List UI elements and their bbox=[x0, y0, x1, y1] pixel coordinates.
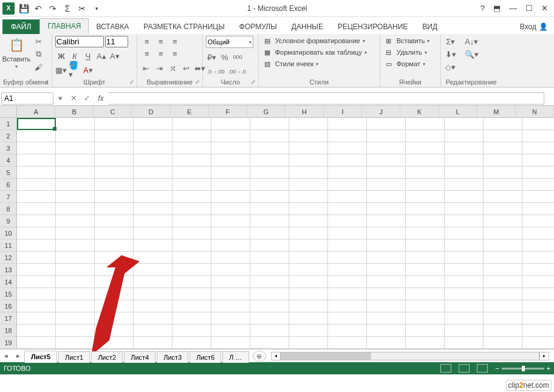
cell[interactable] bbox=[445, 154, 484, 167]
fill-button[interactable]: ⬇▾ bbox=[444, 49, 457, 60]
cell[interactable] bbox=[289, 179, 328, 191]
cell[interactable] bbox=[17, 215, 56, 227]
cell[interactable] bbox=[522, 215, 554, 227]
cell[interactable] bbox=[484, 337, 522, 349]
cell[interactable] bbox=[95, 167, 134, 179]
cell[interactable] bbox=[328, 276, 367, 288]
cell[interactable] bbox=[56, 118, 95, 130]
cell[interactable] bbox=[17, 264, 56, 276]
cell[interactable] bbox=[406, 239, 445, 252]
cell[interactable] bbox=[445, 179, 484, 191]
cell[interactable] bbox=[56, 325, 95, 337]
cell[interactable] bbox=[328, 337, 367, 349]
cell[interactable] bbox=[250, 191, 289, 203]
decrease-font-icon[interactable]: A▾ bbox=[109, 50, 121, 61]
row-header-5[interactable]: 5 bbox=[0, 167, 17, 179]
cell[interactable] bbox=[173, 118, 211, 130]
cell[interactable] bbox=[56, 312, 95, 325]
cell[interactable] bbox=[17, 167, 56, 179]
cell[interactable] bbox=[367, 325, 406, 337]
cell[interactable] bbox=[522, 130, 554, 142]
save-icon[interactable]: 💾 bbox=[18, 3, 29, 14]
cell[interactable] bbox=[522, 325, 554, 337]
cancel-formula-icon[interactable]: ✕ bbox=[67, 94, 80, 103]
cell[interactable] bbox=[484, 118, 522, 130]
maximize-icon[interactable]: ☐ bbox=[525, 4, 533, 13]
cells-area[interactable] bbox=[17, 118, 554, 349]
cell[interactable] bbox=[289, 300, 328, 312]
align-center-icon[interactable]: ≡ bbox=[154, 48, 168, 60]
cell[interactable] bbox=[250, 142, 289, 154]
cell[interactable] bbox=[289, 167, 328, 179]
col-header-B[interactable]: B bbox=[55, 106, 94, 118]
cell[interactable] bbox=[250, 167, 289, 179]
cell[interactable] bbox=[484, 215, 522, 227]
cell[interactable] bbox=[367, 130, 406, 142]
cell[interactable] bbox=[173, 154, 211, 167]
cell[interactable] bbox=[406, 325, 445, 337]
cell[interactable] bbox=[445, 312, 484, 325]
view-page-break-icon[interactable] bbox=[477, 364, 488, 373]
cell[interactable] bbox=[445, 300, 484, 312]
tab-view[interactable]: ВИД bbox=[415, 19, 445, 34]
cell[interactable] bbox=[289, 142, 328, 154]
cell[interactable] bbox=[56, 191, 95, 203]
cell[interactable] bbox=[17, 312, 56, 325]
cell[interactable] bbox=[95, 215, 134, 227]
cell-styles-button[interactable]: ▧Стили ячеек▾ bbox=[262, 59, 367, 69]
col-header-F[interactable]: F bbox=[209, 106, 247, 118]
cell[interactable] bbox=[134, 300, 173, 312]
cell[interactable] bbox=[250, 215, 289, 227]
cell[interactable] bbox=[289, 337, 328, 349]
cell[interactable] bbox=[367, 191, 406, 203]
borders-button[interactable]: ▦▾ bbox=[55, 64, 67, 75]
cell[interactable] bbox=[95, 130, 134, 142]
cell[interactable] bbox=[56, 179, 95, 191]
cell[interactable] bbox=[522, 276, 554, 288]
cell[interactable] bbox=[173, 276, 211, 288]
row-header-8[interactable]: 8 bbox=[0, 203, 17, 215]
row-header-19[interactable]: 19 bbox=[0, 337, 17, 349]
cell[interactable] bbox=[134, 142, 173, 154]
col-header-J[interactable]: J bbox=[362, 106, 400, 118]
alignment-launcher-icon[interactable]: ⤢ bbox=[194, 78, 201, 86]
cell[interactable] bbox=[522, 337, 554, 349]
cut-button[interactable]: ✂ bbox=[32, 36, 44, 47]
cell[interactable] bbox=[367, 264, 406, 276]
cell[interactable] bbox=[328, 227, 367, 239]
cell[interactable] bbox=[211, 276, 250, 288]
cell[interactable] bbox=[250, 130, 289, 142]
percent-format-icon[interactable]: % bbox=[219, 52, 231, 63]
cell[interactable] bbox=[173, 300, 211, 312]
cell[interactable] bbox=[289, 118, 328, 130]
cell[interactable] bbox=[211, 239, 250, 252]
cell[interactable] bbox=[95, 118, 134, 130]
cell[interactable] bbox=[328, 288, 367, 300]
cell[interactable] bbox=[211, 203, 250, 215]
increase-font-icon[interactable]: A▴ bbox=[95, 50, 108, 61]
cell[interactable] bbox=[134, 215, 173, 227]
cell[interactable] bbox=[484, 312, 522, 325]
cell[interactable] bbox=[134, 130, 173, 142]
minimize-icon[interactable]: — bbox=[509, 4, 517, 13]
cell[interactable] bbox=[56, 227, 95, 239]
cell[interactable] bbox=[484, 154, 522, 167]
cell[interactable] bbox=[250, 264, 289, 276]
cell[interactable] bbox=[289, 312, 328, 325]
cell[interactable] bbox=[484, 288, 522, 300]
cell[interactable] bbox=[522, 239, 554, 252]
cell[interactable] bbox=[211, 337, 250, 349]
cell[interactable] bbox=[134, 239, 173, 252]
cell[interactable] bbox=[17, 276, 56, 288]
cell[interactable] bbox=[328, 203, 367, 215]
cell[interactable] bbox=[406, 337, 445, 349]
cell[interactable] bbox=[445, 130, 484, 142]
cell[interactable] bbox=[173, 312, 211, 325]
cell[interactable] bbox=[173, 239, 211, 252]
cell[interactable] bbox=[17, 288, 56, 300]
cell[interactable] bbox=[17, 227, 56, 239]
col-header-D[interactable]: D bbox=[132, 106, 170, 118]
cut-icon[interactable]: ✂ bbox=[77, 3, 87, 14]
cell[interactable] bbox=[95, 252, 134, 264]
row-header-3[interactable]: 3 bbox=[0, 142, 17, 154]
